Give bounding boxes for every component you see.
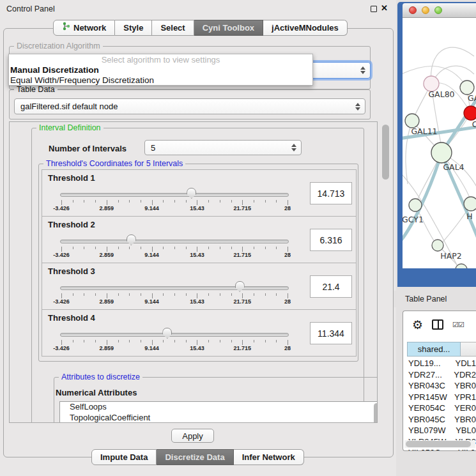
tab-select[interactable]: Select — [152, 20, 194, 36]
tab-infer-network[interactable]: Infer Network — [234, 449, 304, 465]
network-node-label: GAL80 — [428, 89, 454, 99]
threshold-value-field[interactable]: 11.344 — [310, 322, 352, 344]
threshold-row: Threshold 2-3.4262.8599.14415.4321.71528… — [42, 216, 357, 263]
network-window-titlebar[interactable] — [403, 3, 476, 18]
cell-shared-name: YBL079W — [403, 426, 454, 437]
network-node-gal11[interactable] — [405, 114, 419, 128]
tab-style[interactable]: Style — [115, 20, 152, 36]
list-item[interactable]: SelfLoops — [60, 402, 378, 413]
zoom-traffic-light-icon[interactable] — [434, 6, 442, 14]
cell-shared-name: YER054C — [403, 403, 453, 415]
cell-name: YDR2 — [452, 370, 476, 381]
group-title-thresholds: Threshold's Coordinates for 5 Intervals — [43, 159, 185, 169]
attributes-group: Attributes to discretize Numerical Attri… — [54, 377, 378, 423]
list-scrollbar[interactable] — [374, 403, 378, 423]
threshold-value-field[interactable]: 21.4 — [310, 275, 352, 298]
table-data-combobox[interactable]: galFiltered.sif default node — [14, 98, 365, 114]
numerical-attributes-list[interactable]: SelfLoopsTopologicalCoefficientBetweenne… — [59, 401, 378, 423]
number-of-intervals-combobox[interactable]: 5 — [144, 140, 302, 155]
table-toolbar: ⚙ ☑☑ — [403, 311, 476, 338]
threshold-row: Threshold 1-3.4262.8599.14415.4321.71528… — [42, 169, 357, 217]
dropdown-placeholder: Select algorithm to view settings — [9, 55, 312, 65]
table-hscrollbar[interactable] — [404, 440, 475, 448]
table-row[interactable]: YDL19...YDL1 — [403, 358, 476, 370]
slider-track[interactable] — [60, 286, 289, 290]
tab-discretize-data[interactable]: Discretize Data — [157, 449, 233, 465]
network-node-gcy1[interactable] — [409, 199, 422, 211]
network-node-c[interactable] — [464, 106, 476, 120]
column-header-shared-name[interactable]: shared... — [407, 342, 461, 357]
slider-track[interactable] — [60, 240, 289, 243]
tab-label: Style — [123, 20, 143, 35]
table-row[interactable]: YDR27...YDR2 — [403, 370, 476, 381]
network-node-label: GAL11 — [411, 127, 437, 136]
table-header-row: shared... na — [407, 342, 476, 357]
minimize-traffic-light-icon[interactable] — [422, 6, 429, 14]
number-of-intervals-value: 5 — [151, 143, 155, 153]
table-row[interactable]: YBL079WYBL0 — [403, 426, 476, 437]
combo-stepper-icon — [360, 66, 365, 74]
cell-name: YBL0 — [454, 426, 476, 437]
table-panel-header: Table Panel — [394, 291, 476, 307]
tab-label: Cyni Toolbox — [203, 20, 254, 35]
numerical-attributes-label: Numerical Attributes — [56, 388, 137, 397]
threshold-value-field[interactable]: 6.316 — [310, 229, 352, 251]
tab-network[interactable]: Network — [53, 20, 115, 36]
network-node-gal4[interactable] — [431, 142, 452, 163]
control-panel-header: Control Panel ✕ — [0, 0, 396, 17]
select-columns-icon[interactable]: ☑☑ — [452, 321, 464, 329]
slider-thumb[interactable] — [127, 234, 136, 245]
cell-name: YBR0 — [453, 381, 476, 392]
dropdown-option[interactable]: Equal Width/Frequency Discretization — [9, 75, 312, 86]
panel-scrollbar[interactable] — [381, 123, 390, 422]
tab-impute-data[interactable]: Impute Data — [91, 449, 157, 465]
float-window-icon[interactable] — [371, 6, 377, 12]
network-node-ga[interactable] — [460, 81, 474, 95]
table-row[interactable]: YBR045CYBR0 — [403, 415, 476, 426]
close-icon[interactable]: ✕ — [381, 3, 388, 13]
column-header-name[interactable]: na — [461, 342, 476, 357]
network-node-label: C — [472, 119, 476, 129]
tab-label: Infer Network — [242, 450, 295, 464]
slider-thumb[interactable] — [187, 188, 196, 199]
tab-label: Select — [160, 20, 185, 35]
network-view[interactable]: GAL80GACGAL11GAL4GCY1HHAP2 — [403, 18, 476, 268]
network-node-hap2[interactable] — [432, 240, 443, 251]
bottom-tab-bar: Impute DataDiscretize DataInfer Network — [91, 449, 304, 465]
slider-track[interactable] — [60, 193, 289, 197]
tab-jactivemnodules[interactable]: jActiveMNodules — [263, 20, 348, 36]
slider-track[interactable] — [60, 333, 289, 337]
tab-cyni-toolbox[interactable]: Cyni Toolbox — [194, 20, 263, 36]
network-node-h[interactable] — [464, 197, 476, 211]
cell-name: YPR1 — [453, 392, 476, 404]
table-row[interactable]: YPR145WYPR1 — [403, 392, 476, 404]
table-row[interactable]: YER054CYER0 — [403, 403, 476, 415]
network-node-label: GCY1 — [403, 215, 424, 224]
cell-shared-name: YDL19... — [403, 358, 454, 370]
dropdown-options: Manual DiscretizationEqual Width/Frequen… — [9, 65, 312, 86]
threshold-value-field[interactable]: 14.713 — [310, 182, 352, 204]
dropdown-option[interactable]: Manual Discretization — [9, 65, 312, 75]
interval-definition-group: Interval Definition Number of Intervals … — [31, 128, 364, 423]
threshold-row: Threshold 3-3.4262.8599.14415.4321.71528… — [42, 263, 357, 310]
cell-shared-name: YPR145W — [403, 392, 453, 404]
threshold-label: Threshold 1 — [48, 173, 95, 183]
cell-shared-name: YDR27... — [403, 370, 452, 381]
network-icon — [62, 20, 70, 35]
network-node-label: H — [466, 211, 472, 221]
app-root: Control Panel ✕ NetworkStyleSelectCyni T… — [0, 0, 476, 476]
list-item[interactable]: TopologicalCoefficient — [60, 413, 378, 424]
node-table: ⚙ ☑☑ shared... na YDL19...YDL1YDR27...YD… — [403, 311, 476, 451]
slider-thumb[interactable] — [235, 281, 245, 292]
slider-thumb[interactable] — [162, 328, 172, 339]
split-columns-icon[interactable] — [432, 319, 443, 330]
slider-ticks — [61, 293, 288, 298]
table-row[interactable]: YIL052CYIL0 — [403, 448, 476, 451]
close-traffic-light-icon[interactable] — [409, 6, 417, 14]
gear-icon[interactable]: ⚙ — [412, 319, 423, 331]
settings-scroll-area: Interval Definition Number of Intervals … — [9, 121, 378, 423]
slider-tick-labels: -3.4262.8599.14415.4321.71528 — [61, 345, 288, 352]
table-row[interactable]: YBR043CYBR0 — [403, 381, 476, 392]
apply-button[interactable]: Apply — [171, 429, 214, 443]
network-node[interactable] — [456, 264, 467, 268]
